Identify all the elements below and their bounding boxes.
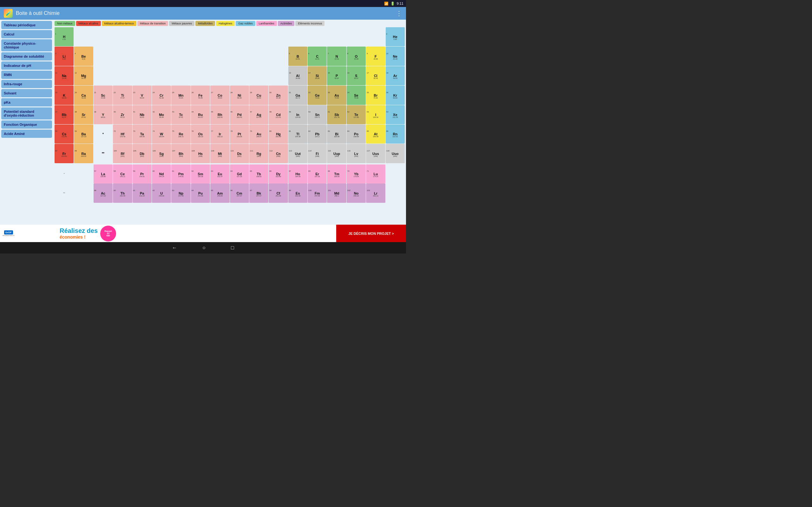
element-Mn[interactable]: 25Mn54.94	[171, 86, 190, 105]
element-Se[interactable]: 34Se78.96	[347, 86, 366, 105]
element-W[interactable]: 74W183.84	[152, 124, 171, 144]
legend-métaux-alcalins[interactable]: Métaux alcalins	[76, 21, 101, 26]
element-He[interactable]: 2He4.00	[386, 27, 405, 46]
element-Mo[interactable]: 42Mo95.94	[152, 105, 171, 124]
element-Po[interactable]: 84Po208.98	[347, 124, 366, 144]
element-Hf[interactable]: 72Hf178.49	[113, 124, 132, 144]
sidebar-item-pka[interactable]: pKa	[1, 98, 52, 107]
legend-eléments-inconnus[interactable]: Eléments inconnus	[295, 21, 324, 26]
element-Tl[interactable]: 81Tl204.38	[288, 124, 307, 144]
legend-métaux-de-transition[interactable]: Métaux de transition	[137, 21, 168, 26]
element-Na[interactable]: 11Na22.99	[55, 66, 73, 85]
element-Cl[interactable]: 17Cl35.45	[366, 66, 385, 85]
element-Mg[interactable]: 12Mg24.30	[74, 66, 93, 85]
legend-halogènes[interactable]: Halogènes	[216, 21, 235, 26]
element-Fr[interactable]: 87Fr223.02	[55, 144, 73, 163]
element-Uut[interactable]: 113Uut[286]	[288, 144, 307, 163]
legend-non-métaux[interactable]: Non métaux	[55, 21, 75, 26]
element-S[interactable]: 16S32.07	[347, 66, 366, 85]
element-Uus[interactable]: 117Uus[294]	[366, 144, 385, 163]
legend-lanthanides[interactable]: Lanthanides	[256, 21, 277, 26]
element-Ni[interactable]: 28Ni58.69	[230, 86, 249, 105]
element-Ca[interactable]: 20Ca40.08	[74, 86, 93, 105]
legend-métalloïdes[interactable]: Métalloïdes	[195, 21, 215, 26]
element-Hs[interactable]: 108Hs[269]	[191, 144, 210, 163]
element-Li[interactable]: 3Li6.94	[55, 47, 73, 66]
element-Pd[interactable]: 46Pd106.42	[230, 105, 249, 124]
element-Cf[interactable]: 98Cf251.08	[269, 183, 288, 203]
sidebar-item-indicateur-ph[interactable]: Indicateur de pH	[1, 61, 52, 70]
sidebar-item-rmn[interactable]: RMN	[1, 71, 52, 79]
element-La[interactable]: 57La138.90	[94, 164, 113, 183]
element-I[interactable]: 53I126.90	[366, 105, 385, 124]
element-Mt[interactable]: 109Mt[268]	[210, 144, 229, 163]
back-button[interactable]: ←	[172, 245, 177, 250]
element-Sr[interactable]: 38Sr87.62	[74, 105, 93, 124]
element-Ru[interactable]: 44Ru101.07	[191, 105, 210, 124]
element-Sg[interactable]: 106Sg[266]	[152, 144, 171, 163]
element-Ir[interactable]: 77Ir192.22	[210, 124, 229, 144]
element-Rb[interactable]: 37Rb85.47	[55, 105, 73, 124]
element-H[interactable]: 1H1.01	[55, 27, 73, 46]
element-Be[interactable]: 4Be9.01	[74, 47, 93, 66]
element-Ce[interactable]: 58Ce140.11	[113, 164, 132, 183]
element-Np[interactable]: 93Np237.05	[171, 183, 190, 203]
element-Kr[interactable]: 36Kr83.80	[386, 86, 405, 105]
element-Lu[interactable]: 71Lu174.97	[366, 164, 385, 183]
element-Uuo[interactable]: 118Uuo[294]	[386, 144, 405, 163]
element-U[interactable]: 92U238.03	[152, 183, 171, 203]
element-Cm[interactable]: 96Cm247.07	[230, 183, 249, 203]
element-Pu[interactable]: 94Pu244.06	[191, 183, 210, 203]
element-Fi[interactable]: 114Fi[289]	[308, 144, 327, 163]
element-Nd[interactable]: 60Nd144.24	[152, 164, 171, 183]
element-Ac[interactable]: 89Ac227.03	[94, 183, 113, 203]
element-Yb[interactable]: 70Yb173.04	[347, 164, 366, 183]
legend-actinides[interactable]: Actinides	[278, 21, 295, 26]
element-Md[interactable]: 101Md258.1	[327, 183, 346, 203]
element-Eu[interactable]: 63Eu151.97	[210, 164, 229, 183]
element-Cu[interactable]: 29Cu63.55	[249, 86, 268, 105]
element-Bh[interactable]: 107Bh[264]	[171, 144, 190, 163]
element-Ga[interactable]: 31Ga69.72	[288, 86, 307, 105]
sidebar-item-infra-rouge[interactable]: Infra-rouge	[1, 80, 52, 88]
legend-gaz-nobles[interactable]: Gaz nobles	[236, 21, 255, 26]
element-Tc[interactable]: 43Tc97.91	[171, 105, 190, 124]
element-Ar[interactable]: 18Ar39.95	[386, 66, 405, 85]
sidebar-item-fonction-organique[interactable]: Fonction Organique	[1, 120, 52, 129]
element-Pt[interactable]: 78Pt195.08	[230, 124, 249, 144]
element-Lr[interactable]: 103Lr262.11	[366, 183, 385, 203]
ad-banner[interactable]: GrDF encheznous.fr Réalisez des économie…	[0, 225, 406, 242]
element-Es[interactable]: 99Es252.08	[288, 183, 307, 203]
element-Am[interactable]: 95Am243.06	[210, 183, 229, 203]
home-button[interactable]: ○	[202, 245, 206, 250]
element-Si[interactable]: 14Si28.08	[308, 66, 327, 85]
sidebar-item-diagramme[interactable]: Diagramme de solubilité	[1, 52, 52, 60]
element-Fe[interactable]: 26Fe55.85	[191, 86, 210, 105]
element-Zn[interactable]: 30Zn65.38	[269, 86, 288, 105]
element-P[interactable]: 15P30.97	[327, 66, 346, 85]
element-Sm[interactable]: 62Sm150.36	[191, 164, 210, 183]
element-Rf[interactable]: 104Rf[261]	[113, 144, 132, 163]
element-As[interactable]: 33As74.92	[327, 86, 346, 105]
element-Gd[interactable]: 64Gd157.25	[230, 164, 249, 183]
element-Ag[interactable]: 47Ag107.87	[249, 105, 268, 124]
element-K[interactable]: 19K39.09	[55, 86, 73, 105]
element-Tm[interactable]: 69Tm168.93	[327, 164, 346, 183]
element-V[interactable]: 23V50.94	[133, 86, 152, 105]
element-Ba[interactable]: 56Ba137.33	[74, 124, 93, 144]
element-Os[interactable]: 76Os190.23	[191, 124, 210, 144]
element-Zr[interactable]: 40Zr91.22	[113, 105, 132, 124]
element-Db[interactable]: 105Db[262]	[133, 144, 152, 163]
element-Ge[interactable]: 32Ge72.61	[308, 86, 327, 105]
element-N[interactable]: 7N14.01	[327, 47, 346, 66]
element-Ra[interactable]: 88Ra226.02	[74, 144, 93, 163]
element-Cr[interactable]: 24Cr51.99	[152, 86, 171, 105]
element-Tb[interactable]: 65Tb158.92	[249, 164, 268, 183]
element-Nb[interactable]: 41Nb92.91	[133, 105, 152, 124]
element-Sn[interactable]: 50Sn118.71	[308, 105, 327, 124]
element-Y[interactable]: 39Y88.91	[94, 105, 113, 124]
element-Lv[interactable]: 116Lv[293]	[347, 144, 366, 163]
element-Fm[interactable]: 100Fm257.09	[308, 183, 327, 203]
element-Al[interactable]: 13Al26.98	[288, 66, 307, 85]
element-Cn[interactable]: 112Cn[285]	[269, 144, 288, 163]
